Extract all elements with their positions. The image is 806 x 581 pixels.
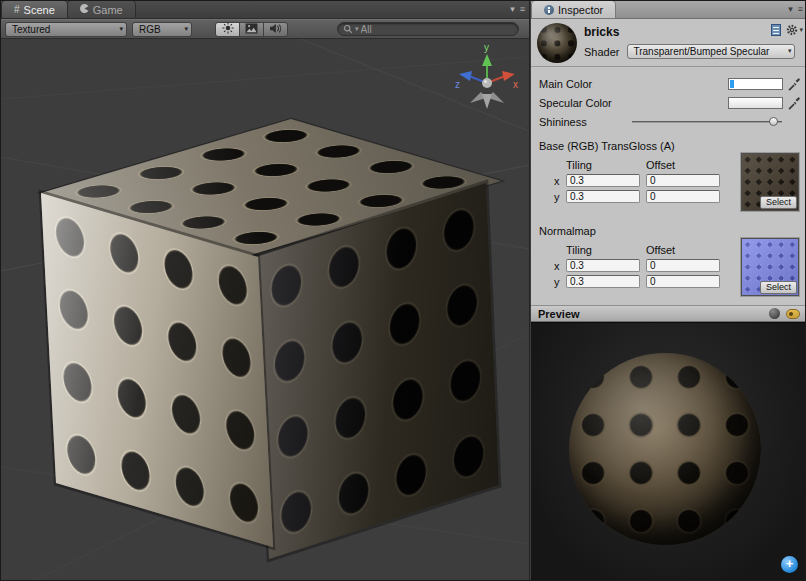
offset-header: Offset bbox=[646, 244, 726, 256]
color-mode-label: RGB bbox=[139, 24, 161, 35]
scene-tabstrip: # Scene Game ▾ ≡ bbox=[1, 1, 529, 19]
help-doc-icon[interactable] bbox=[771, 24, 781, 36]
unity-editor-window: # Scene Game ▾ ≡ Textured ▾ RGB ▾ bbox=[0, 0, 806, 581]
scene-panel-menu[interactable]: ▾ ≡ bbox=[510, 4, 525, 14]
gizmo-grey-cone[interactable] bbox=[482, 94, 492, 109]
inspector-panel: Inspector ▾ ≡ bricks Shader Transparent/… bbox=[531, 1, 806, 581]
material-preview-area[interactable]: + bbox=[531, 322, 806, 581]
image-icon bbox=[245, 20, 258, 38]
base-offset-y-input[interactable] bbox=[646, 190, 720, 203]
shininess-label: Shininess bbox=[539, 116, 632, 128]
scene-panel: # Scene Game ▾ ≡ Textured ▾ RGB ▾ bbox=[1, 1, 530, 581]
preview-light-toggle-icon[interactable] bbox=[786, 309, 800, 319]
panel-menu-icon[interactable]: ≡ bbox=[798, 4, 803, 14]
draw-mode-label: Textured bbox=[12, 24, 50, 35]
normal-tiling-y-input[interactable] bbox=[566, 275, 640, 288]
base-offset-x-input[interactable] bbox=[646, 174, 720, 187]
base-tiling-x-input[interactable] bbox=[566, 174, 640, 187]
panel-dropdown-icon[interactable]: ▾ bbox=[788, 4, 793, 14]
normal-tiling-x-input[interactable] bbox=[566, 259, 640, 272]
color-picker-accent bbox=[730, 80, 734, 88]
y-axis-label: y bbox=[554, 276, 566, 288]
audio-toggle-button[interactable] bbox=[263, 22, 288, 37]
panel-dropdown-icon[interactable]: ▾ bbox=[510, 4, 515, 14]
base-map-section: Base (RGB) TransGloss (A) Tiling Offset … bbox=[531, 140, 806, 216]
draw-mode-dropdown[interactable]: Textured ▾ bbox=[5, 22, 127, 37]
base-tiling-y-input[interactable] bbox=[566, 190, 640, 203]
panel-menu-icon[interactable]: ≡ bbox=[520, 4, 525, 14]
search-icon bbox=[343, 20, 353, 38]
tab-inspector-label: Inspector bbox=[558, 4, 603, 16]
context-gear-menu[interactable]: ▾ bbox=[786, 24, 803, 36]
gizmo-z-cone[interactable] bbox=[459, 71, 472, 81]
base-map-label: Base (RGB) TransGloss (A) bbox=[539, 140, 801, 152]
normalmap-section: Normalmap Tiling Offset x y Select bbox=[531, 225, 806, 301]
material-properties: Main Color Specular Color bbox=[531, 67, 806, 131]
shader-dropdown[interactable]: Transparent/Bumped Specular ▾ bbox=[627, 44, 795, 59]
game-pacman-icon bbox=[80, 4, 89, 15]
sun-icon bbox=[222, 20, 234, 38]
scene-viewport[interactable]: y x z bbox=[1, 39, 529, 581]
normalmap-label: Normalmap bbox=[539, 225, 801, 237]
preview-title: Preview bbox=[538, 308, 580, 320]
eyedropper-icon[interactable] bbox=[787, 77, 801, 91]
main-color-label: Main Color bbox=[539, 78, 728, 90]
color-mode-dropdown[interactable]: RGB ▾ bbox=[132, 22, 192, 37]
tiling-header: Tiling bbox=[566, 244, 646, 256]
shader-label: Shader bbox=[584, 46, 619, 58]
gizmo-y-label: y bbox=[484, 43, 489, 53]
normalmap-select-button[interactable]: Select bbox=[760, 281, 797, 294]
tab-game-label: Game bbox=[93, 4, 123, 16]
base-texture-select-button[interactable]: Select bbox=[760, 196, 797, 209]
main-color-field[interactable] bbox=[728, 78, 783, 90]
gear-icon bbox=[786, 24, 798, 36]
gizmo-x-label: x bbox=[513, 79, 518, 90]
search-input[interactable] bbox=[361, 24, 510, 35]
scene-search[interactable]: ▾ bbox=[337, 22, 519, 36]
preview-header[interactable]: Preview bbox=[531, 305, 806, 322]
tab-inspector[interactable]: Inspector bbox=[532, 1, 615, 18]
effects-toggle-button[interactable] bbox=[239, 22, 264, 37]
specular-color-label: Specular Color bbox=[539, 97, 728, 109]
x-axis-label: x bbox=[554, 175, 566, 187]
tiling-header: Tiling bbox=[566, 159, 646, 171]
orientation-gizmo[interactable]: y x z bbox=[455, 43, 519, 117]
chevron-down-icon: ▾ bbox=[788, 47, 792, 55]
eyedropper-icon[interactable] bbox=[787, 96, 801, 110]
y-axis-label: y bbox=[554, 191, 566, 203]
slider-handle[interactable] bbox=[769, 117, 778, 126]
scene-toolbar: Textured ▾ RGB ▾ bbox=[1, 19, 529, 39]
specular-color-field[interactable] bbox=[728, 97, 783, 109]
tab-scene[interactable]: # Scene bbox=[2, 1, 67, 18]
scene-grid-icon: # bbox=[14, 4, 20, 15]
chevron-down-icon: ▾ bbox=[184, 25, 188, 33]
speaker-icon bbox=[269, 20, 282, 38]
normalmap-texture-thumbnail[interactable]: Select bbox=[741, 238, 799, 296]
search-filter-chevron-icon[interactable]: ▾ bbox=[355, 25, 359, 33]
material-name: bricks bbox=[584, 25, 795, 39]
chevron-down-icon: ▾ bbox=[799, 26, 803, 34]
inspector-info-icon bbox=[544, 5, 554, 15]
add-button[interactable]: + bbox=[781, 556, 798, 573]
lighting-toggle-button[interactable] bbox=[215, 22, 240, 37]
material-header: bricks Shader Transparent/Bumped Specula… bbox=[531, 19, 806, 67]
shader-value: Transparent/Bumped Specular bbox=[633, 46, 769, 57]
inspector-panel-menu[interactable]: ▾ ≡ bbox=[788, 4, 803, 14]
gizmo-center-ball[interactable] bbox=[482, 78, 492, 88]
slider-track[interactable] bbox=[632, 121, 782, 123]
normal-offset-x-input[interactable] bbox=[646, 259, 720, 272]
scene-toggle-group bbox=[215, 22, 288, 37]
material-sphere-icon bbox=[537, 23, 577, 63]
base-texture-thumbnail[interactable]: Select bbox=[741, 153, 799, 211]
tab-game[interactable]: Game bbox=[68, 1, 135, 18]
tab-scene-label: Scene bbox=[24, 4, 55, 16]
offset-header: Offset bbox=[646, 159, 726, 171]
chevron-down-icon: ▾ bbox=[119, 25, 123, 33]
preview-sphere[interactable] bbox=[569, 353, 761, 545]
preview-sphere-toggle-icon[interactable] bbox=[769, 308, 780, 319]
gizmo-z-label: z bbox=[455, 79, 460, 90]
gizmo-y-cone[interactable] bbox=[482, 54, 492, 66]
normal-offset-y-input[interactable] bbox=[646, 275, 720, 288]
x-axis-label: x bbox=[554, 260, 566, 272]
shininess-slider[interactable] bbox=[632, 115, 782, 129]
